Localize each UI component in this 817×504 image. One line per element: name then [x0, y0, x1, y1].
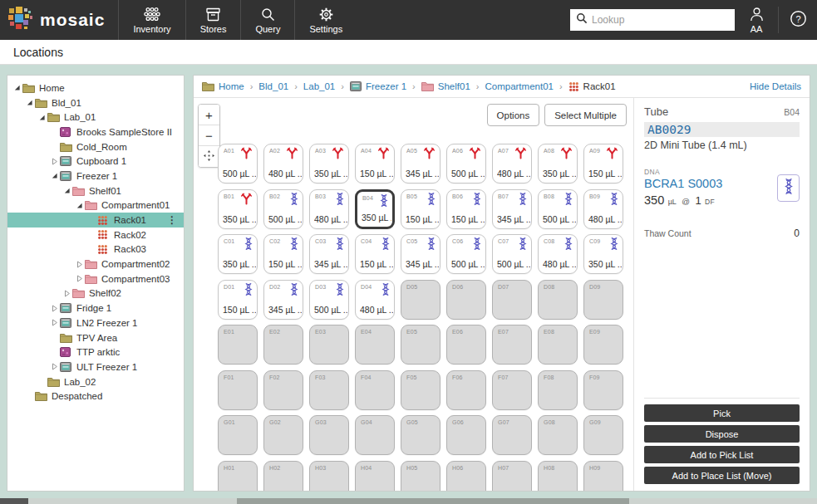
- well-B03[interactable]: B03480 µL ...: [309, 189, 349, 229]
- well-B05[interactable]: B05150 µL ...: [401, 189, 440, 229]
- options-button[interactable]: Options: [487, 104, 540, 126]
- well-D03[interactable]: D03500 µL ...: [309, 280, 349, 320]
- tree-item-compartment03[interactable]: Compartment03: [7, 272, 184, 286]
- help-button[interactable]: ?: [779, 0, 817, 40]
- add-to-place-list-move-button[interactable]: Add to Place List (Move): [644, 467, 800, 484]
- dispose-button[interactable]: Dispose: [644, 425, 800, 443]
- caret-expanded-icon[interactable]: [36, 114, 47, 121]
- well-C05[interactable]: C05345 µL ...: [401, 234, 440, 274]
- breadcrumb-item-compartment01[interactable]: Compartment01: [485, 81, 553, 91]
- tree-item-rack03[interactable]: Rack03: [7, 242, 184, 257]
- well-C07[interactable]: C07500 µL ...: [492, 234, 532, 274]
- well-B09[interactable]: B09480 µL ...: [583, 189, 623, 229]
- tree-item-lab-02[interactable]: Lab_02: [7, 374, 184, 389]
- well-C04[interactable]: C04150 µL ...: [355, 234, 395, 274]
- caret-collapsed-icon[interactable]: [48, 319, 60, 326]
- nav-item-stores[interactable]: Stores: [185, 0, 241, 40]
- breadcrumb-item-freezer-1[interactable]: Freezer 1: [350, 81, 406, 91]
- breadcrumb-item-bld-01[interactable]: Bld_01: [258, 81, 288, 91]
- tree-item-tpv-area[interactable]: TPV Area: [7, 330, 184, 345]
- well-A05[interactable]: A05345 µL ...: [401, 144, 440, 183]
- add-to-pick-list-button[interactable]: Add to Pick List: [644, 446, 800, 463]
- well-A01[interactable]: A01500 µL ...: [218, 144, 258, 183]
- well-C08[interactable]: C08480 µL ...: [538, 234, 578, 274]
- hide-details-link[interactable]: Hide Details: [750, 81, 801, 91]
- well-A02[interactable]: A02480 µL ...: [263, 144, 303, 183]
- well-D01[interactable]: D01150 µL ...: [218, 280, 258, 320]
- mosaic-logo[interactable]: mosaic: [0, 0, 118, 40]
- caret-expanded-icon[interactable]: [48, 172, 60, 179]
- tree-item-compartment02[interactable]: Compartment02: [7, 257, 184, 272]
- well-B07[interactable]: B07345 µL ...: [492, 189, 532, 229]
- tree-item-bld-01[interactable]: Bld_01: [7, 95, 184, 110]
- rack-grid-area: + − Options Select Mult: [194, 98, 633, 491]
- caret-collapsed-icon[interactable]: [61, 290, 72, 297]
- select-multiple-button[interactable]: Select Multiple: [544, 104, 627, 126]
- caret-collapsed-icon[interactable]: [48, 158, 60, 165]
- well-C02[interactable]: C02150 µL ...: [263, 234, 303, 274]
- folder-icon: [60, 333, 74, 343]
- well-C06[interactable]: C06500 µL ...: [446, 234, 486, 274]
- zoom-out-button[interactable]: −: [199, 125, 219, 146]
- well-A03[interactable]: A03350 µL ...: [309, 144, 349, 183]
- dna-icon: [336, 237, 344, 253]
- horizontal-scrollbar[interactable]: [0, 498, 817, 504]
- tree-item-brooks-samplestore-ii[interactable]: Brooks SampleStore II: [7, 125, 184, 139]
- well-C09[interactable]: C09350 µL ...: [583, 234, 623, 274]
- tree-item-shelf01[interactable]: Shelf01: [7, 183, 184, 198]
- fit-view-button[interactable]: [199, 146, 219, 167]
- caret-collapsed-icon[interactable]: [48, 363, 60, 370]
- well-B04[interactable]: B04350 µL ...: [355, 189, 395, 229]
- well-C03[interactable]: C03345 µL ...: [309, 234, 349, 274]
- nav-item-settings[interactable]: Settings: [294, 0, 357, 40]
- caret-expanded-icon[interactable]: [11, 84, 22, 91]
- tree-item-cupboard-1[interactable]: Cupboard 1: [7, 154, 184, 169]
- sample-name-link[interactable]: BCRA1 S0003: [644, 177, 777, 190]
- well-A09[interactable]: A09150 µL ...: [583, 144, 623, 183]
- caret-expanded-icon[interactable]: [23, 99, 35, 106]
- breadcrumb-item-home[interactable]: Home: [202, 81, 244, 91]
- caret-collapsed-icon[interactable]: [73, 275, 85, 282]
- tree-item-ln2-freezer-1[interactable]: LN2 Freezer 1: [7, 316, 184, 330]
- tree-item-cold-room[interactable]: Cold_Room: [7, 139, 184, 154]
- well-A07[interactable]: A07480 µL ...: [492, 144, 532, 183]
- tree-item-rack02[interactable]: Rack02: [7, 228, 184, 242]
- caret-expanded-icon[interactable]: [61, 187, 72, 194]
- well-A04[interactable]: A04150 µL ...: [355, 144, 395, 183]
- tree-item-ult-freezer-1[interactable]: ULT Freezer 1: [7, 360, 184, 374]
- well-E05: E05: [401, 325, 440, 365]
- tree-item-lab-01[interactable]: Lab_01: [7, 110, 184, 125]
- tree-item-freezer-1[interactable]: Freezer 1: [7, 169, 184, 183]
- caret-collapsed-icon[interactable]: [73, 261, 85, 268]
- tree-item-home[interactable]: Home: [7, 81, 184, 95]
- tree-item-shelf02[interactable]: Shelf02: [7, 286, 184, 301]
- lookup-search[interactable]: [570, 9, 735, 31]
- well-D02[interactable]: D02345 µL ...: [263, 280, 303, 320]
- well-B08[interactable]: B08500 µL ...: [538, 189, 578, 229]
- tube-barcode[interactable]: AB0029: [644, 122, 800, 137]
- scrollbar-thumb[interactable]: [237, 498, 629, 504]
- well-B01[interactable]: B01350 µL ...: [218, 189, 258, 229]
- tree-item-ttp-arktic[interactable]: TTP arktic: [7, 345, 184, 360]
- tree-item-despatched[interactable]: Despatched: [7, 389, 184, 404]
- well-D04[interactable]: D04480 µL ...: [355, 280, 395, 320]
- lookup-input[interactable]: [592, 14, 729, 26]
- tree-item-compartment01[interactable]: Compartment01: [7, 198, 184, 213]
- well-B02[interactable]: B02500 µL ...: [263, 189, 303, 229]
- nav-item-query[interactable]: Query: [240, 0, 294, 40]
- caret-expanded-icon[interactable]: [73, 202, 85, 209]
- well-A08[interactable]: A08350 µL ...: [538, 144, 578, 183]
- user-menu[interactable]: AA: [735, 0, 778, 40]
- caret-collapsed-icon[interactable]: [48, 305, 60, 312]
- nav-item-inventory[interactable]: Inventory: [118, 0, 185, 40]
- kebab-menu-icon[interactable]: ⋮: [167, 215, 184, 225]
- well-C01[interactable]: C01350 µL ...: [218, 234, 258, 274]
- tree-item-rack01[interactable]: Rack01⋮: [7, 213, 184, 228]
- tree-item-fridge-1[interactable]: Fridge 1: [7, 301, 184, 316]
- breadcrumb-item-lab-01[interactable]: Lab_01: [303, 81, 335, 91]
- well-A06[interactable]: A06500 µL ...: [446, 144, 486, 183]
- zoom-in-button[interactable]: +: [199, 105, 219, 125]
- well-B06[interactable]: B06150 µL ...: [446, 189, 486, 229]
- breadcrumb-item-shelf01[interactable]: Shelf01: [421, 81, 470, 91]
- pick-button[interactable]: Pick: [644, 404, 800, 422]
